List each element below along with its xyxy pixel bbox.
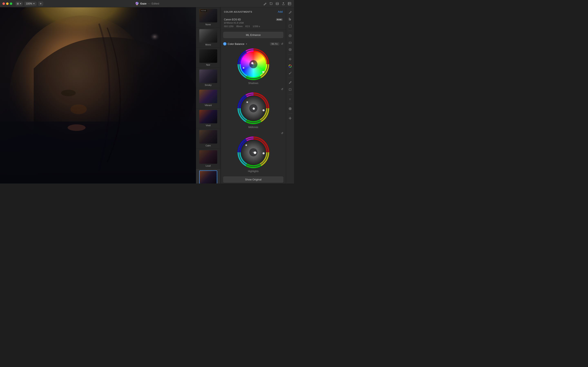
camera-info: Canon EOS 6D RAW EF85mm f/1.8 USM ISO 12… [221,17,286,30]
svg-point-39 [253,108,255,110]
shutter-speed: 1/200 s [252,25,260,27]
highlights-reset-btn[interactable]: ↺ [281,132,283,135]
zoom-control[interactable]: 100% ▼ [24,2,36,6]
svg-point-17 [70,104,87,114]
pen-tool-icon[interactable] [287,9,293,15]
preset-thumb-vivid [199,110,217,123]
titlebar-center: 🔮 Gaze — Edited [135,2,159,6]
titlebar-right [263,2,292,6]
zoom-label: 100% [26,2,32,5]
export-icon[interactable] [281,2,285,6]
svg-point-51 [245,144,247,146]
add-adjustment-btn[interactable]: Add [278,10,283,13]
title-separator: — [148,2,150,5]
preset-thumb-none: NONE [199,9,217,22]
color-balance-section: ✓ Color Balance ▾ ML Fix ↺ [221,40,286,175]
right-toolbar: T [286,7,294,184]
svg-rect-3 [276,2,278,5]
preset-thumb-vibrant [199,90,217,103]
svg-point-72 [290,108,291,109]
titlebar: ⊞ ▼ 100% ▼ + 🔮 Gaze — Edited [0,0,294,7]
rectangle-icon[interactable] [287,87,293,92]
highlights-wheel-svg [237,136,270,169]
preset-thumb-mono [199,29,217,43]
preset-label-none: None [205,23,211,26]
midtones-reset-btn[interactable]: ↺ [281,87,283,91]
panel-title: COLOR ADJUSTMENTS [224,11,252,13]
pencil-icon[interactable] [287,80,293,85]
highlights-wheel-wrapper [237,136,270,169]
preset-thumb-loud [199,150,217,164]
color-wheel-icon[interactable] [287,63,293,69]
preset-mono[interactable]: Mono [196,27,220,48]
chevron-down-icon: ▼ [33,3,35,5]
section-header-color-balance: ✓ Color Balance ▾ ML Fix ↺ [221,40,286,47]
camera-model: Canon EOS 6D [224,18,241,21]
camera-lens: EF85mm f/1.8 USM [224,22,283,24]
color-balance-reset-btn[interactable]: ↺ [281,42,283,45]
sparkle-icon[interactable] [287,115,293,121]
layers-icon[interactable] [275,2,279,6]
toolbar-separator-2 [288,54,292,54]
preset-label-vibrant: Vibrant [205,104,212,106]
eraser-icon[interactable] [287,40,293,45]
main-layout: NONE None Mono Noir Smoky [0,7,286,184]
mask-icon[interactable] [287,106,293,111]
preset-noir[interactable]: Noir [196,48,220,68]
minimize-btn[interactable] [6,2,9,5]
preset-thumb-dramatic [199,170,217,184]
midtones-label: Midtones [248,126,258,129]
camera-settings: ISO 1250 85mm f/2.5 1/200 s [224,25,283,27]
svg-rect-52 [289,25,291,27]
svg-point-59 [290,49,290,50]
svg-rect-0 [270,3,272,5]
zoom-in-btn[interactable]: + [38,1,43,6]
paint-brush-icon[interactable] [287,70,293,76]
show-original-btn[interactable]: Show Original [223,176,283,183]
toolbar-separator-1 [288,31,292,31]
svg-rect-16 [0,122,196,184]
midtones-wheel-svg [237,92,270,125]
toolbar-separator-6 [288,113,292,114]
preset-smoky[interactable]: Smoky [196,68,220,88]
app-name: Gaze [140,2,147,5]
preset-none[interactable]: NONE None [196,7,220,27]
preset-calm[interactable]: Calm [196,128,220,149]
color-picker-icon[interactable] [287,33,293,39]
ml-fix-badge[interactable]: ML Fix [270,42,279,45]
svg-text:T: T [289,98,291,100]
svg-point-18 [61,90,76,96]
svg-point-30 [262,71,264,73]
preset-vivid[interactable]: Vivid [196,108,220,128]
midtones-wheel-wrapper [237,92,270,125]
preset-label-loud: Loud [206,165,210,167]
photo-svg [0,7,196,184]
ml-enhance-btn[interactable]: ML Enhance [223,32,283,38]
selection-icon[interactable] [287,23,293,29]
healing-icon[interactable] [287,47,293,52]
highlights-wheel-container: Highlights [221,135,286,175]
crop-icon[interactable] [269,2,273,6]
midtones-wheel-container: Midtones [221,91,286,131]
view-toggle[interactable]: ⊞ ▼ [16,2,23,6]
svg-point-60 [290,58,291,60]
brush-icon[interactable] [263,2,267,6]
close-btn[interactable] [2,2,5,5]
chevron-icon[interactable]: ▾ [246,43,247,45]
svg-rect-6 [288,2,291,5]
text-icon[interactable]: T [287,96,293,102]
preset-dramatic[interactable]: Dramatic [196,169,220,184]
preset-label-vivid: Vivid [206,124,211,127]
settings-icon[interactable] [287,2,292,6]
titlebar-left: ⊞ ▼ 100% ▼ + [2,1,43,6]
color-balance-check[interactable]: ✓ [223,42,226,45]
fullscreen-btn[interactable] [10,2,12,5]
highlights-label: Highlights [248,170,259,173]
panel-header: COLOR ADJUSTMENTS Add [221,7,286,15]
brightness-icon[interactable] [287,56,293,62]
preset-vibrant[interactable]: Vibrant [196,88,220,108]
bottom-buttons: Show Original Reset Adjustments [221,175,286,184]
cursor-icon[interactable] [287,16,293,22]
right-panel: COLOR ADJUSTMENTS Add [221,7,286,184]
preset-loud[interactable]: Loud [196,149,220,169]
